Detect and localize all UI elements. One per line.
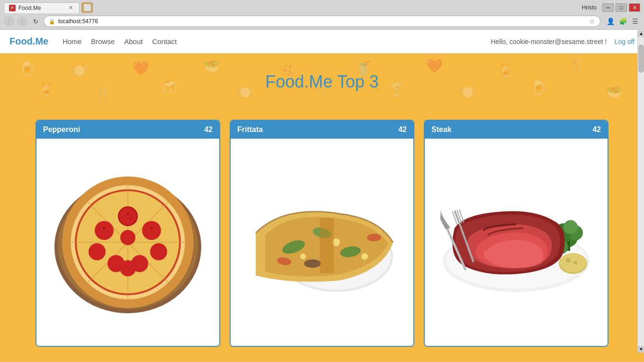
scroll-up-button[interactable]: ▲ bbox=[638, 30, 644, 37]
tab-close-button[interactable]: ✕ bbox=[67, 4, 74, 12]
svg-point-21 bbox=[126, 212, 129, 215]
svg-point-48 bbox=[560, 253, 586, 272]
svg-point-34 bbox=[300, 254, 306, 259]
tab-favicon: F bbox=[9, 5, 16, 11]
profile-icon[interactable]: 👤 bbox=[605, 16, 616, 26]
menu-icon[interactable]: ☰ bbox=[630, 16, 640, 26]
svg-point-14 bbox=[142, 221, 161, 240]
svg-point-22 bbox=[129, 218, 131, 220]
steak-svg bbox=[440, 190, 592, 294]
nav-contact[interactable]: Contact bbox=[152, 37, 177, 45]
refresh-button[interactable]: ↻ bbox=[30, 16, 41, 26]
cards-section: Pepperoni 42 bbox=[0, 110, 644, 362]
nav-browse[interactable]: Browse bbox=[91, 37, 115, 45]
svg-point-30 bbox=[304, 259, 321, 268]
hero-banner: 🍺 🍹 🍽️ 🍴 ❤️ 🍻 🥗 🍽️ 🍕 🍴 🥤 🍸 ❤️ 🍽️ 🍹 🍺 🍴 🥗… bbox=[0, 53, 644, 110]
maximize-button[interactable]: □ bbox=[616, 3, 627, 12]
svg-point-16 bbox=[150, 243, 167, 260]
svg-line-53 bbox=[455, 211, 459, 224]
card-name-steak: Steak bbox=[431, 125, 452, 134]
toolbar-icons: 👤 🧩 ☰ bbox=[605, 16, 640, 26]
close-window-button[interactable]: ✕ bbox=[629, 3, 640, 12]
address-actions: ☆ bbox=[589, 18, 595, 25]
food-card-steak[interactable]: Steak 42 bbox=[424, 120, 608, 347]
address-text: localhost:54776 bbox=[58, 18, 98, 25]
food-card-frittata[interactable]: Frittata 42 bbox=[230, 120, 414, 347]
address-bar-row: ‹ › ↻ 🔒 localhost:54776 ☆ 👤 🧩 ☰ bbox=[0, 13, 644, 29]
pizza-svg bbox=[54, 169, 201, 316]
svg-point-24 bbox=[150, 227, 153, 230]
card-header-pepperoni: Pepperoni 42 bbox=[36, 121, 219, 139]
minimize-button[interactable]: ─ bbox=[602, 3, 614, 12]
svg-point-41 bbox=[564, 220, 578, 234]
star-icon[interactable]: ☆ bbox=[589, 18, 595, 25]
browser-chrome: F Food.Me ✕ ⬜ Hristo ─ □ ✕ ‹ › ↻ 🔒 local… bbox=[0, 0, 644, 30]
scrollbar[interactable]: ▲ ▼ bbox=[637, 30, 644, 353]
svg-point-19 bbox=[120, 260, 136, 276]
tab-title: Food.Me bbox=[18, 5, 64, 11]
svg-line-55 bbox=[459, 209, 464, 223]
pizza-image-container bbox=[46, 167, 210, 318]
lock-icon: 🔒 bbox=[49, 18, 55, 25]
tab-bar: F Food.Me ✕ ⬜ Hristo ─ □ ✕ bbox=[0, 0, 644, 13]
window-controls: Hristo ─ □ ✕ bbox=[582, 3, 640, 12]
user-greeting: Hello, cookie-monster@sesame.street ! bbox=[491, 38, 607, 45]
card-name-frittata: Frittata bbox=[237, 125, 263, 134]
app-nav: Food.Me Home Browse About Contact Hello,… bbox=[0, 30, 644, 53]
steak-image-container bbox=[434, 167, 598, 318]
nav-links: Home Browse About Contact bbox=[63, 37, 491, 45]
frittata-image-container bbox=[240, 167, 404, 318]
app-brand[interactable]: Food.Me bbox=[9, 36, 48, 47]
nav-about[interactable]: About bbox=[124, 37, 143, 45]
card-score-pepperoni: 42 bbox=[204, 125, 213, 134]
card-score-steak: 42 bbox=[592, 125, 601, 134]
card-header-steak: Steak 42 bbox=[425, 121, 608, 139]
address-bar[interactable]: 🔒 localhost:54776 ☆ bbox=[44, 16, 600, 27]
food-card-pepperoni[interactable]: Pepperoni 42 bbox=[36, 120, 220, 347]
svg-point-15 bbox=[89, 243, 106, 260]
svg-point-35 bbox=[361, 253, 368, 260]
svg-point-23 bbox=[103, 227, 106, 230]
svg-point-50 bbox=[573, 261, 577, 265]
frittata-svg bbox=[246, 190, 398, 294]
card-header-frittata: Frittata 42 bbox=[231, 121, 413, 139]
new-tab-button[interactable]: ⬜ bbox=[81, 2, 93, 13]
back-button[interactable]: ‹ bbox=[4, 16, 14, 26]
svg-point-13 bbox=[95, 221, 114, 240]
card-score-frittata: 42 bbox=[398, 125, 407, 134]
page-wrapper: Food.Me Home Browse About Contact Hello,… bbox=[0, 30, 644, 362]
logoff-link[interactable]: Log off bbox=[614, 38, 635, 45]
card-body-frittata bbox=[231, 139, 413, 346]
scroll-thumb[interactable] bbox=[638, 44, 644, 73]
nav-home[interactable]: Home bbox=[63, 37, 81, 45]
svg-point-31 bbox=[367, 234, 381, 241]
svg-point-20 bbox=[120, 230, 135, 245]
svg-point-49 bbox=[566, 258, 571, 263]
forward-button[interactable]: › bbox=[17, 16, 27, 26]
card-name-pepperoni: Pepperoni bbox=[43, 125, 80, 134]
hero-title: Food.Me Top 3 bbox=[265, 72, 378, 92]
scroll-down-button[interactable]: ▼ bbox=[638, 346, 644, 353]
window-user: Hristo bbox=[582, 4, 597, 11]
browser-tab[interactable]: F Food.Me ✕ bbox=[4, 2, 80, 13]
card-body-steak bbox=[425, 139, 608, 346]
card-body-pepperoni bbox=[36, 139, 219, 346]
extensions-icon[interactable]: 🧩 bbox=[617, 16, 628, 26]
